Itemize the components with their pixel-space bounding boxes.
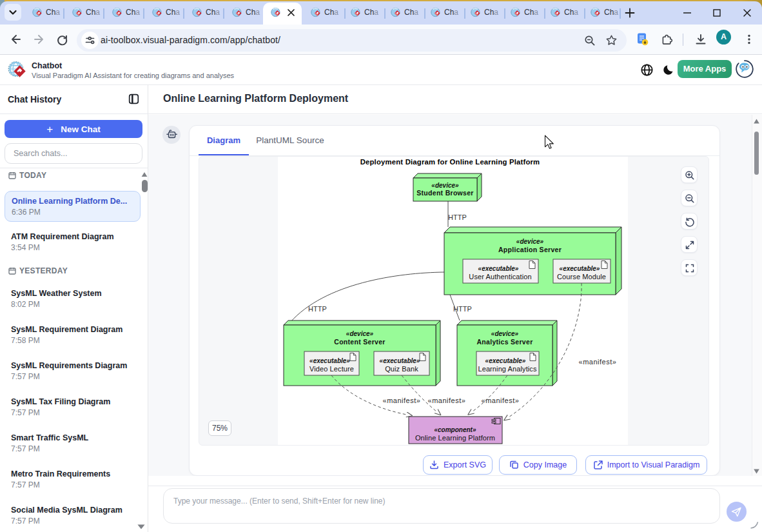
svg-text:Course Module: Course Module: [557, 273, 606, 281]
svg-text:Application Server: Application Server: [498, 246, 562, 253]
svg-text:Student Browser: Student Browser: [416, 189, 474, 197]
svg-text:HTTP: HTTP: [453, 305, 472, 313]
svg-text:«executable»: «executable»: [560, 265, 600, 272]
svg-text:«device»: «device»: [491, 330, 519, 337]
svg-text:User Authentication: User Authentication: [469, 273, 531, 281]
svg-text:«executable»: «executable»: [309, 357, 350, 364]
svg-text:HTTP: HTTP: [308, 305, 327, 313]
svg-text:Content Server: Content Server: [334, 338, 385, 346]
svg-text:«manifest»: «manifest»: [579, 358, 617, 366]
svg-text:«executable»: «executable»: [478, 265, 519, 272]
svg-text:«executable»: «executable»: [380, 357, 420, 364]
svg-text:«device»: «device»: [431, 182, 459, 189]
svg-text:Online Learning Platform: Online Learning Platform: [415, 434, 495, 442]
svg-text:«device»: «device»: [516, 238, 544, 245]
svg-text:«manifest»: «manifest»: [482, 397, 520, 404]
svg-text:«device»: «device»: [346, 330, 374, 337]
svg-text:«manifest»: «manifest»: [428, 397, 466, 404]
svg-text:Learning Analytics: Learning Analytics: [478, 365, 536, 373]
svg-text:«executable»: «executable»: [485, 357, 526, 364]
svg-text:Deployment Diagram for Online: Deployment Diagram for Online Learning P…: [360, 158, 540, 166]
svg-text:«component»: «component»: [434, 426, 476, 433]
svg-text:Analytics Server: Analytics Server: [476, 338, 532, 346]
svg-text:Quiz Bank: Quiz Bank: [385, 365, 418, 373]
svg-text:Video Lecture: Video Lecture: [309, 365, 354, 373]
svg-text:HTTP: HTTP: [448, 213, 467, 221]
svg-text:«manifest»: «manifest»: [383, 397, 421, 404]
